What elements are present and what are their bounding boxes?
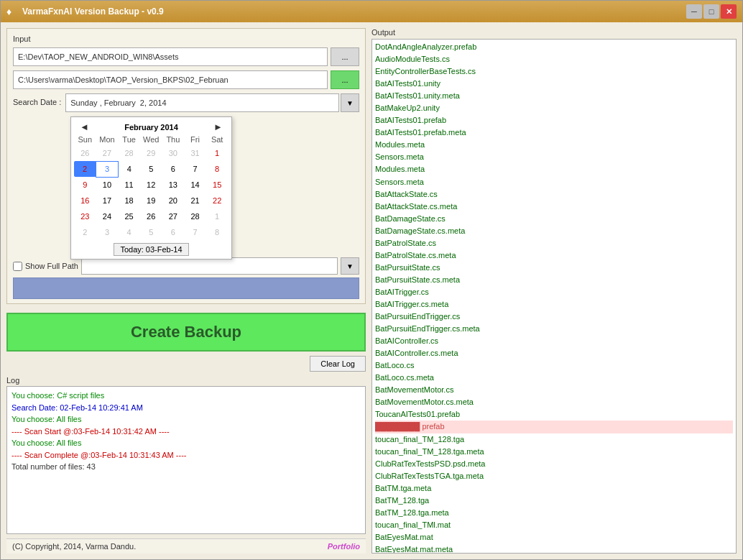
clear-log-row: Clear Log bbox=[6, 356, 366, 372]
log-line: You choose: All files bbox=[11, 437, 361, 449]
calendar-today-button[interactable]: Today: 03-Feb-14 bbox=[114, 243, 188, 256]
calendar-day[interactable]: 7 bbox=[184, 224, 206, 240]
output-item: AudioModuleTests.cs bbox=[375, 53, 733, 65]
cal-header-mon: Mon bbox=[96, 134, 119, 145]
calendar-day[interactable]: 15 bbox=[206, 177, 229, 193]
calendar-day[interactable]: 2 bbox=[74, 224, 96, 240]
calendar-day[interactable]: 13 bbox=[162, 177, 185, 193]
calendar-popup: ◄ February 2014 ► Sun Mon Tue bbox=[70, 116, 232, 260]
show-full-path-checkbox[interactable] bbox=[13, 262, 22, 271]
calendar-day[interactable]: 2 bbox=[74, 161, 96, 177]
calendar-day[interactable]: 5 bbox=[140, 224, 162, 240]
source-browse-button[interactable]: ... bbox=[331, 47, 359, 66]
calendar-header: ◄ February 2014 ► bbox=[74, 120, 229, 134]
output-list-container[interactable]: DotAndAngleAnalyzer.prefabAudioModuleTes… bbox=[372, 39, 737, 554]
calendar-day[interactable]: 1 bbox=[206, 208, 229, 224]
clear-log-button[interactable]: Clear Log bbox=[310, 356, 366, 372]
calendar-grid: Sun Mon Tue Wed Thu Fri Sat bbox=[74, 134, 229, 240]
calendar-day[interactable]: 20 bbox=[162, 193, 185, 208]
calendar-prev-button[interactable]: ◄ bbox=[77, 121, 92, 132]
output-item: BatTM.tga.meta bbox=[375, 482, 733, 495]
calendar-day[interactable]: 6 bbox=[162, 224, 185, 240]
calendar-day[interactable]: 25 bbox=[118, 208, 140, 224]
calendar-day[interactable]: 16 bbox=[74, 193, 96, 208]
output-item: BatEyesMat.mat.meta bbox=[375, 543, 733, 554]
calendar-next-button[interactable]: ► bbox=[211, 121, 226, 132]
app-icon: ♦ bbox=[6, 6, 18, 17]
calendar-day[interactable]: 14 bbox=[184, 177, 206, 193]
source-path-input[interactable] bbox=[13, 47, 328, 66]
log-section: Log You choose: C# script filesSearch Da… bbox=[6, 376, 366, 534]
date-dropdown-button[interactable]: ▼ bbox=[341, 93, 359, 112]
output-item: toucan_final_TMl.mat bbox=[375, 519, 733, 531]
calendar-day[interactable]: 22 bbox=[206, 193, 229, 208]
calendar-day[interactable]: 3 bbox=[96, 224, 119, 240]
calendar-day[interactable]: 26 bbox=[140, 208, 162, 224]
date-input[interactable] bbox=[65, 93, 339, 112]
window-controls: ─ □ ✕ bbox=[686, 4, 737, 19]
output-label: Output bbox=[372, 28, 737, 37]
output-item: ClubRatTexTestsTGA.tga.meta bbox=[375, 470, 733, 482]
calendar-day[interactable]: 5 bbox=[140, 161, 162, 177]
footer: (C) Copyright, 2014, Varma Dandu. Portfo… bbox=[6, 538, 366, 554]
right-panel: Output DotAndAngleAnalyzer.prefabAudioMo… bbox=[372, 28, 737, 554]
calendar-day[interactable]: 24 bbox=[96, 208, 119, 224]
dest-path-input[interactable] bbox=[13, 70, 328, 89]
maximize-button[interactable]: □ bbox=[703, 4, 719, 19]
output-item: BatLoco.cs.meta bbox=[375, 372, 733, 384]
calendar-day[interactable]: 27 bbox=[96, 145, 119, 161]
calendar-day[interactable]: 18 bbox=[118, 193, 140, 208]
search-date-label: Search Date : bbox=[13, 93, 61, 106]
calendar-day[interactable]: 30 bbox=[162, 145, 185, 161]
calendar-day[interactable]: 19 bbox=[140, 193, 162, 208]
output-item: BatDamageState.cs bbox=[375, 213, 733, 225]
dest-browse-button[interactable]: ... bbox=[331, 70, 359, 89]
close-button[interactable]: ✕ bbox=[721, 4, 737, 19]
calendar-today-section: Today: 03-Feb-14 bbox=[74, 243, 229, 256]
cal-header-tue: Tue bbox=[118, 134, 140, 145]
output-item: ████████ prefab bbox=[375, 421, 733, 433]
calendar-day[interactable]: 26 bbox=[74, 145, 96, 161]
calendar-day[interactable]: 8 bbox=[206, 161, 229, 177]
calendar-day[interactable]: 4 bbox=[118, 224, 140, 240]
output-item: BatPursuitEndTrigger.cs.meta bbox=[375, 323, 733, 335]
calendar-day[interactable]: 17 bbox=[96, 193, 119, 208]
calendar-day[interactable]: 7 bbox=[184, 161, 206, 177]
log-line: ---- Scan Start @:03-Feb-14 10:31:42 AM … bbox=[11, 426, 361, 438]
calendar-day[interactable]: 9 bbox=[74, 177, 96, 193]
output-item: BatLoco.cs bbox=[375, 359, 733, 372]
output-item: toucan_final_TM_128.tga.meta bbox=[375, 446, 733, 458]
cal-header-wed: Wed bbox=[140, 134, 162, 145]
calendar-day[interactable]: 3 bbox=[96, 161, 119, 177]
file-type-dropdown-button[interactable]: ▼ bbox=[341, 257, 359, 275]
calendar-day[interactable]: 4 bbox=[118, 161, 140, 177]
calendar-day[interactable]: 11 bbox=[118, 177, 140, 193]
calendar-day[interactable]: 29 bbox=[140, 145, 162, 161]
calendar-day[interactable]: 10 bbox=[96, 177, 119, 193]
output-list: DotAndAngleAnalyzer.prefabAudioModuleTes… bbox=[372, 40, 736, 554]
calendar-day[interactable]: 12 bbox=[140, 177, 162, 193]
calendar-day[interactable]: 28 bbox=[118, 145, 140, 161]
log-line: You choose: All files bbox=[11, 413, 361, 426]
calendar-day[interactable]: 21 bbox=[184, 193, 206, 208]
dest-path-row: ... bbox=[13, 70, 359, 89]
output-item: Modules.meta bbox=[375, 163, 733, 175]
calendar-day[interactable]: 28 bbox=[184, 208, 206, 224]
calendar-day[interactable]: 31 bbox=[184, 145, 206, 161]
output-item: Sensors.meta bbox=[375, 151, 733, 163]
footer-portfolio-link[interactable]: Portfolio bbox=[328, 542, 360, 551]
output-item: toucan_final_TM_128.tga bbox=[375, 433, 733, 446]
minimize-button[interactable]: ─ bbox=[686, 4, 702, 19]
calendar-day[interactable]: 8 bbox=[206, 224, 229, 240]
calendar-day[interactable]: 27 bbox=[162, 208, 185, 224]
log-area: You choose: C# script filesSearch Date: … bbox=[6, 386, 366, 534]
show-full-path-row: Show Full Path ▼ bbox=[13, 257, 359, 275]
output-item: BatPursuitState.cs.meta bbox=[375, 274, 733, 286]
output-item: BatAIController.cs bbox=[375, 335, 733, 347]
create-backup-button[interactable]: Create Backup bbox=[6, 313, 366, 352]
calendar-day[interactable]: 6 bbox=[162, 161, 185, 177]
calendar-day[interactable]: 1 bbox=[206, 145, 229, 161]
output-item: BatAttackState.cs.meta bbox=[375, 201, 733, 213]
output-item: BatAITests01.prefab.meta bbox=[375, 127, 733, 139]
calendar-day[interactable]: 23 bbox=[74, 208, 96, 224]
